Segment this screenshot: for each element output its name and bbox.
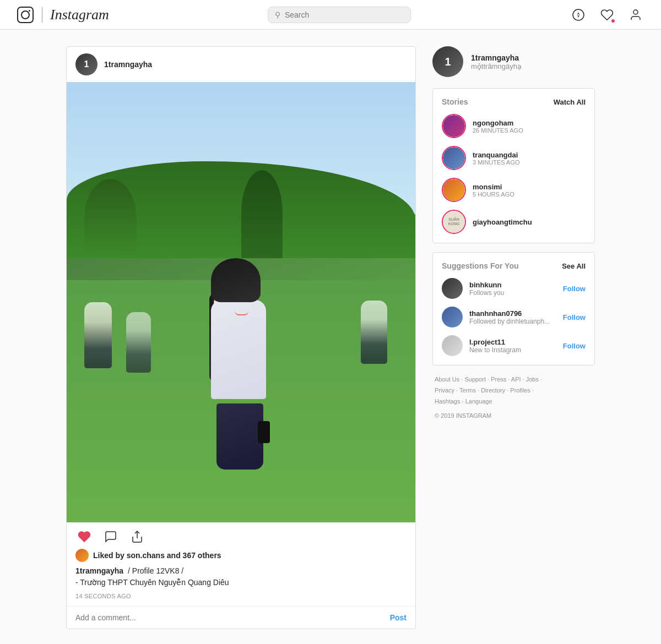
footer-link-press[interactable]: Press (491, 376, 506, 383)
footer-copyright: © 2019 INSTAGRAM (432, 412, 595, 419)
comment-button[interactable] (102, 528, 120, 545)
story-item-3[interactable]: SUÂNKONG giayhoangtimchu (442, 210, 586, 234)
follow-button-1[interactable]: Follow (563, 313, 586, 321)
footer-link-terms[interactable]: Terms (459, 387, 476, 394)
suggestions-header: Suggestions For You See All (442, 261, 586, 270)
stories-title: Stories (442, 97, 468, 106)
post-timestamp: 14 SECONDS AGO (67, 593, 415, 606)
story-username-3: giayhoangtimchu (473, 218, 586, 226)
story-item-1[interactable]: tranquangdai 3 MINUTES AGO (442, 146, 586, 170)
svg-rect-0 (18, 7, 33, 23)
sidebar: 1 1tramngayha mộttrãmngàyhạ Stories Watc… (432, 46, 595, 419)
suggestion-info-0: binhkunn Follows you (469, 281, 556, 297)
story-item[interactable]: ngongoham 26 MINUTES AGO (442, 114, 586, 138)
footer-link-language[interactable]: Language (465, 398, 492, 405)
story-avatar-3: SUÂNKONG (442, 210, 466, 234)
post-comment-button[interactable]: Post (390, 613, 407, 622)
footer-link-about[interactable]: About Us (435, 376, 459, 383)
story-time-1: 3 MINUTES AGO (473, 159, 586, 166)
svg-point-5 (578, 14, 579, 15)
comment-icon (104, 530, 117, 543)
svg-point-2 (29, 10, 30, 12)
heart-filled-icon (78, 530, 91, 543)
story-username-2: monsimi (473, 183, 586, 191)
compass-button[interactable] (570, 6, 587, 24)
suggestions-title: Suggestions For You (442, 261, 519, 270)
suggestion-username-1[interactable]: thanhnhan0796 (469, 309, 556, 318)
svg-point-1 (21, 11, 29, 19)
suggestion-desc-2: New to Instagram (469, 346, 556, 354)
story-avatar-1 (442, 146, 466, 170)
story-time-0: 26 MINUTES AGO (473, 127, 586, 134)
liker-avatar (75, 549, 89, 562)
share-icon (131, 530, 144, 543)
footer-link-api[interactable]: API (511, 376, 521, 383)
footer-link-privacy[interactable]: Privacy (435, 387, 454, 394)
watch-all-button[interactable]: Watch All (554, 98, 586, 106)
like-button[interactable] (75, 528, 93, 545)
caption-username[interactable]: 1tramngayha (75, 566, 123, 575)
header: Instagram ⚲ (0, 0, 661, 30)
logo-text: Instagram (50, 7, 109, 23)
search-input[interactable] (285, 10, 404, 19)
comment-input[interactable] (75, 613, 390, 622)
post-username[interactable]: 1tramngayha (104, 60, 152, 69)
story-info-3: giayhoangtimchu (473, 218, 586, 226)
suggestion-info-2: l.project11 New to Instagram (469, 338, 556, 354)
story-info-2: monsimi 5 HOURS AGO (473, 183, 586, 198)
story-item-2[interactable]: monsimi 5 HOURS AGO (442, 178, 586, 202)
suggestion-avatar-0[interactable] (442, 278, 463, 299)
post-avatar[interactable]: 1 (75, 53, 97, 75)
story-avatar-2 (442, 178, 466, 202)
story-avatar-0 (442, 114, 466, 138)
stories-header: Stories Watch All (442, 97, 586, 106)
suggestion-username-0[interactable]: binhkunn (469, 281, 556, 289)
post-actions (67, 522, 415, 549)
suggestion-item-2: l.project11 New to Instagram Follow (442, 335, 586, 356)
sidebar-username[interactable]: 1tramngayha (471, 53, 522, 62)
suggestion-item-1: thanhnhan0796 Followed by dinhletuanph..… (442, 307, 586, 328)
follow-button-2[interactable]: Follow (563, 342, 586, 350)
footer-link-hashtags[interactable]: Hashtags (435, 398, 460, 405)
main-content: 1 1tramngayha (66, 46, 595, 629)
notification-dot (611, 19, 615, 23)
sidebar-avatar[interactable]: 1 (432, 46, 463, 77)
comment-input-row: Post (67, 606, 415, 629)
see-all-button[interactable]: See All (562, 262, 586, 270)
suggestion-username-2[interactable]: l.project11 (469, 338, 556, 346)
profile-icon (629, 8, 642, 21)
story-username-1: tranquangdai (473, 151, 586, 159)
post-image-scene (67, 82, 415, 522)
post-likes: Liked by son.chans and 367 others (67, 549, 415, 565)
svg-point-6 (633, 10, 638, 14)
suggestion-avatar-1[interactable] (442, 307, 463, 328)
notifications-button[interactable] (598, 6, 616, 24)
footer-link-directory[interactable]: Directory (481, 387, 505, 394)
footer-links: About Us · Support · Press · API · Jobs … (432, 374, 595, 407)
suggestion-avatar-2[interactable] (442, 335, 463, 356)
logo-area: Instagram (17, 6, 109, 24)
footer-link-jobs[interactable]: Jobs (526, 376, 539, 383)
sidebar-profile: 1 1tramngayha mộttrãmngàyhạ (432, 46, 595, 77)
logo-divider (42, 7, 42, 23)
footer-link-profiles[interactable]: Profiles (510, 387, 530, 394)
header-icons (570, 6, 644, 24)
search-icon: ⚲ (275, 10, 280, 19)
suggestion-info-1: thanhnhan0796 Followed by dinhletuanph..… (469, 309, 556, 325)
profile-button[interactable] (627, 6, 644, 24)
search-bar[interactable]: ⚲ (268, 7, 411, 23)
post-header: 1 1tramngayha (67, 47, 415, 82)
suggestions-box: Suggestions For You See All binhkunn Fol… (432, 252, 595, 365)
footer-link-support[interactable]: Support (464, 376, 486, 383)
story-info-0: ngongoham 26 MINUTES AGO (473, 119, 586, 134)
story-time-2: 5 HOURS AGO (473, 191, 586, 198)
compass-icon (572, 8, 585, 21)
suggestion-item-0: binhkunn Follows you Follow (442, 278, 586, 299)
share-button[interactable] (128, 528, 146, 545)
instagram-camera-icon (17, 6, 34, 24)
story-info-1: tranquangdai 3 MINUTES AGO (473, 151, 586, 166)
follow-button-0[interactable]: Follow (563, 285, 586, 293)
post-container: 1 1tramngayha (66, 46, 416, 629)
story-username-0: ngongoham (473, 119, 586, 127)
post-image (67, 82, 415, 522)
